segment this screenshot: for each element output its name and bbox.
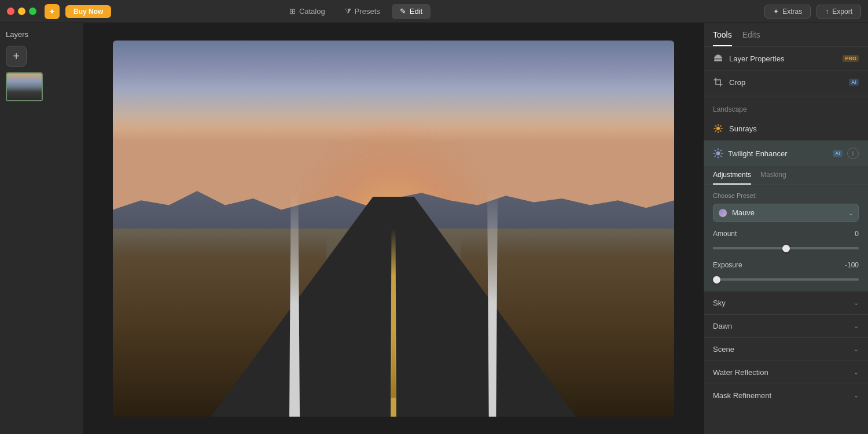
- layer-thumb-image: [7, 73, 42, 100]
- section-water-reflection: Water Reflection ⌄: [704, 361, 868, 384]
- amount-value: 0: [855, 230, 859, 238]
- nav-edit[interactable]: ✎ Edit: [392, 4, 431, 19]
- nav-catalog[interactable]: ⊞ Catalog: [281, 4, 333, 19]
- amount-header: Amount 0: [713, 230, 859, 238]
- sunrays-icon: [713, 123, 723, 134]
- ai-badge-twilight: AI: [833, 150, 843, 157]
- twilight-icon: [713, 148, 723, 159]
- crop-label: Crop: [729, 78, 843, 87]
- layers-sidebar: Layers +: [0, 23, 84, 434]
- dawn-title: Dawn: [713, 322, 732, 330]
- edit-icon: ✎: [400, 7, 406, 16]
- amount-slider-section: Amount 0: [704, 225, 868, 256]
- amount-slider[interactable]: [713, 247, 859, 249]
- photo-frame: [113, 41, 674, 417]
- dawn-chevron-icon: ⌄: [854, 322, 859, 330]
- twilight-header: Twilight Enhancer AI i: [704, 141, 868, 166]
- preset-select[interactable]: Mauve Amber Cool Blue Violet Golden: [713, 204, 859, 222]
- svg-rect-2: [714, 60, 722, 61]
- main-layout: Layers +: [0, 23, 868, 434]
- twilight-title: Twilight Enhancer: [728, 149, 828, 158]
- layers-title: Layers: [6, 30, 78, 39]
- exposure-slider-section: Exposure -100: [704, 256, 868, 291]
- sky-title: Sky: [713, 299, 726, 307]
- road-line-right: [487, 191, 498, 417]
- titlebar: ✦ Buy Now ⊞ Catalog ⧩ Presets ✎ Edit ✦ E…: [0, 0, 868, 23]
- tab-adjustments[interactable]: Adjustments: [713, 171, 751, 185]
- section-sky: Sky ⌄: [704, 291, 868, 314]
- svg-point-12: [716, 152, 720, 156]
- preset-select-wrapper: Mauve Amber Cool Blue Violet Golden ⌄: [713, 204, 859, 222]
- svg-line-11: [715, 131, 716, 132]
- sunrays-label: Sunrays: [729, 124, 859, 133]
- export-button[interactable]: ↑ Export: [816, 5, 861, 19]
- svg-line-18: [720, 156, 721, 156]
- tab-masking[interactable]: Masking: [760, 171, 786, 185]
- layer-properties-label: Layer Properties: [729, 54, 837, 63]
- dawn-section-header[interactable]: Dawn ⌄: [704, 315, 868, 337]
- svg-line-8: [715, 126, 716, 127]
- titlebar-right: ✦ Extras ↑ Export: [764, 5, 861, 19]
- water-reflection-chevron-icon: ⌄: [854, 369, 859, 376]
- tool-crop[interactable]: Crop AI: [704, 71, 868, 94]
- mask-refinement-section-header[interactable]: Mask Refinement ⌄: [704, 384, 868, 407]
- twilight-panel: Twilight Enhancer AI i Adjustments Maski…: [704, 141, 868, 291]
- tab-tools[interactable]: Tools: [713, 30, 732, 46]
- scene-title: Scene: [713, 345, 734, 354]
- info-button[interactable]: i: [847, 148, 859, 159]
- extras-icon: ✦: [773, 8, 779, 16]
- extras-button[interactable]: ✦ Extras: [764, 5, 811, 19]
- tool-sunrays[interactable]: Sunrays: [704, 117, 868, 141]
- layer-thumbnail-1[interactable]: [6, 72, 43, 101]
- close-button[interactable]: [7, 8, 14, 15]
- nav-bar: ⊞ Catalog ⧩ Presets ✎ Edit: [281, 4, 431, 19]
- nav-presets[interactable]: ⧩ Presets: [337, 4, 388, 19]
- sky-chevron-icon: ⌄: [854, 299, 859, 307]
- fullscreen-button[interactable]: [29, 8, 36, 15]
- scene-chevron-icon: ⌄: [854, 345, 859, 353]
- layers-icon: [713, 53, 723, 64]
- section-dawn: Dawn ⌄: [704, 314, 868, 337]
- amount-label: Amount: [713, 230, 737, 238]
- exposure-slider[interactable]: [713, 278, 859, 281]
- exposure-value: -100: [845, 261, 859, 269]
- section-mask-refinement: Mask Refinement ⌄: [704, 384, 868, 407]
- pro-badge: PRO: [843, 55, 859, 62]
- tool-layer-properties[interactable]: Layer Properties PRO: [704, 47, 868, 71]
- svg-rect-1: [714, 58, 722, 60]
- mask-refinement-title: Mask Refinement: [713, 391, 771, 400]
- right-panel: Tools Edits Layer Properties PRO: [703, 23, 868, 434]
- crop-icon: [713, 77, 723, 87]
- minimize-button[interactable]: [18, 8, 25, 15]
- exposure-header: Exposure -100: [713, 261, 859, 269]
- section-scene: Scene ⌄: [704, 337, 868, 361]
- buy-now-button[interactable]: Buy Now: [65, 5, 111, 18]
- water-reflection-section-header[interactable]: Water Reflection ⌄: [704, 361, 868, 384]
- tab-edits[interactable]: Edits: [742, 30, 760, 46]
- divider: [704, 97, 868, 97]
- panel-tabs: Tools Edits: [704, 23, 868, 47]
- mask-refinement-chevron-icon: ⌄: [854, 392, 859, 399]
- add-layer-button[interactable]: +: [6, 46, 27, 67]
- export-icon: ↑: [825, 8, 829, 16]
- svg-line-19: [720, 150, 721, 150]
- sky-section-header[interactable]: Sky ⌄: [704, 292, 868, 314]
- ai-badge-crop: AI: [849, 79, 859, 86]
- svg-line-17: [715, 150, 715, 150]
- water-reflection-title: Water Reflection: [713, 368, 768, 377]
- svg-line-10: [720, 126, 722, 127]
- canvas-area: [84, 23, 703, 434]
- app-icon: ✦: [45, 4, 60, 19]
- scene-section-header[interactable]: Scene ⌄: [704, 338, 868, 361]
- sliders-icon: ⧩: [345, 7, 351, 16]
- svg-point-3: [716, 127, 720, 130]
- preset-label: Choose Preset:: [713, 192, 859, 199]
- svg-line-9: [720, 131, 722, 132]
- road-line-left: [289, 191, 300, 417]
- photo-scene: [113, 41, 674, 417]
- traffic-lights: [7, 8, 36, 15]
- grid-icon: ⊞: [289, 7, 296, 16]
- adj-tabs: Adjustments Masking: [704, 166, 868, 185]
- amount-slider-wrapper: [713, 241, 859, 252]
- exposure-slider-wrapper: [713, 273, 859, 283]
